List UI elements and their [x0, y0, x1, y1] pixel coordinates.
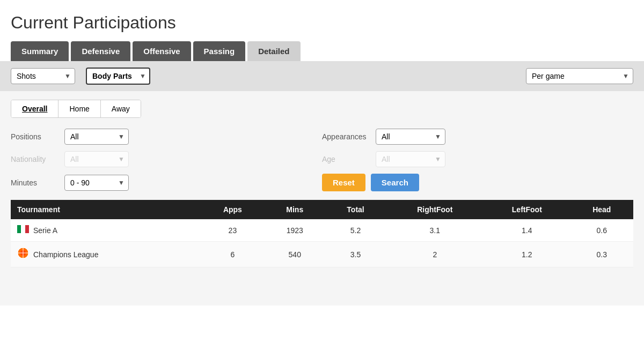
tab-offensive[interactable]: Offensive [133, 41, 191, 61]
cell-total: 5.2 [325, 219, 386, 242]
sub-tabs: Overall Home Away [11, 100, 141, 118]
cell-rightfoot: 2 [386, 242, 484, 267]
tab-detailed[interactable]: Detailed [247, 41, 300, 61]
svg-rect-2 [25, 225, 29, 233]
age-label: Age [322, 155, 370, 163]
tournament-name: Serie A [33, 226, 57, 235]
cell-head: 0.3 [570, 242, 633, 267]
page-title: Current Participations [0, 0, 644, 41]
minutes-select-wrapper: 0 - 90 ▼ [64, 175, 129, 191]
cell-rightfoot: 3.1 [386, 219, 484, 242]
nationality-filter-row: Nationality All ▼ [11, 151, 322, 167]
per-game-select[interactable]: Per game [526, 68, 633, 84]
main-content: Overall Home Away Positions All ▼ Appear… [0, 91, 644, 305]
sub-tab-home[interactable]: Home [58, 100, 100, 117]
cell-mins: 1923 [265, 219, 325, 242]
positions-label: Positions [11, 132, 59, 141]
cell-apps: 6 [201, 242, 265, 267]
col-mins: Mins [265, 200, 325, 219]
flag-icon [17, 247, 29, 262]
cell-head: 0.6 [570, 219, 633, 242]
tournament-name: Champions League [33, 250, 98, 259]
cell-apps: 23 [201, 219, 265, 242]
col-head: Head [570, 200, 633, 219]
cell-total: 3.5 [325, 242, 386, 267]
data-table: Tournament Apps Mins Total RightFoot Lef… [11, 200, 633, 267]
minutes-select[interactable]: 0 - 90 [64, 175, 129, 191]
flag-icon [17, 225, 29, 236]
filters-bar: Shots ▼ Body Parts ▼ Per game ▼ [0, 61, 644, 91]
body-parts-select[interactable]: Body Parts [86, 68, 150, 85]
per-game-select-wrapper: Per game ▼ [526, 68, 633, 84]
positions-filter-row: Positions All ▼ [11, 129, 322, 145]
age-filter-row: Age All ▼ [322, 151, 633, 167]
positions-select[interactable]: All [64, 129, 129, 145]
tab-passing[interactable]: Passing [193, 41, 246, 61]
col-tournament: Tournament [11, 200, 201, 219]
tabs-bar: Summary Defensive Offensive Passing Deta… [0, 41, 644, 61]
cell-leftfoot: 1.2 [484, 242, 570, 267]
tab-defensive[interactable]: Defensive [71, 41, 130, 61]
nationality-select-wrapper: All ▼ [64, 151, 129, 167]
nationality-label: Nationality [11, 155, 59, 163]
cell-mins: 540 [265, 242, 325, 267]
col-rightfoot: RightFoot [386, 200, 484, 219]
col-apps: Apps [201, 200, 265, 219]
col-total: Total [325, 200, 386, 219]
appearances-label: Appearances [322, 132, 370, 141]
cell-leftfoot: 1.4 [484, 219, 570, 242]
col-leftfoot: LeftFoot [484, 200, 570, 219]
search-button[interactable]: Search [371, 174, 419, 191]
appearances-filter-row: Appearances All ▼ [322, 129, 633, 145]
age-select[interactable]: All [376, 151, 445, 167]
svg-rect-1 [21, 225, 25, 233]
age-select-wrapper: All ▼ [376, 151, 445, 167]
body-parts-select-wrapper: Body Parts ▼ [86, 68, 150, 85]
appearances-select[interactable]: All [376, 129, 445, 145]
sub-tab-overall[interactable]: Overall [11, 100, 58, 117]
table-row: Champions League65403.521.20.3 [11, 242, 633, 267]
tab-summary[interactable]: Summary [11, 41, 69, 61]
sub-tab-away[interactable]: Away [101, 100, 141, 117]
minutes-filter-row: Minutes 0 - 90 ▼ [11, 174, 322, 191]
shots-select-wrapper: Shots ▼ [11, 68, 75, 84]
action-buttons-row: Reset Search [322, 174, 633, 191]
filter-grid: Positions All ▼ Appearances All ▼ Nation… [11, 129, 633, 191]
table-row: Serie A2319235.23.11.40.6 [11, 219, 633, 242]
appearances-select-wrapper: All ▼ [376, 129, 445, 145]
nationality-select[interactable]: All [64, 151, 129, 167]
cell-tournament: Champions League [11, 242, 201, 267]
minutes-label: Minutes [11, 178, 59, 187]
shots-select[interactable]: Shots [11, 68, 75, 84]
positions-select-wrapper: All ▼ [64, 129, 129, 145]
svg-rect-0 [17, 225, 21, 233]
cell-tournament: Serie A [11, 219, 201, 241]
reset-button[interactable]: Reset [322, 174, 365, 191]
table-header-row: Tournament Apps Mins Total RightFoot Lef… [11, 200, 633, 219]
